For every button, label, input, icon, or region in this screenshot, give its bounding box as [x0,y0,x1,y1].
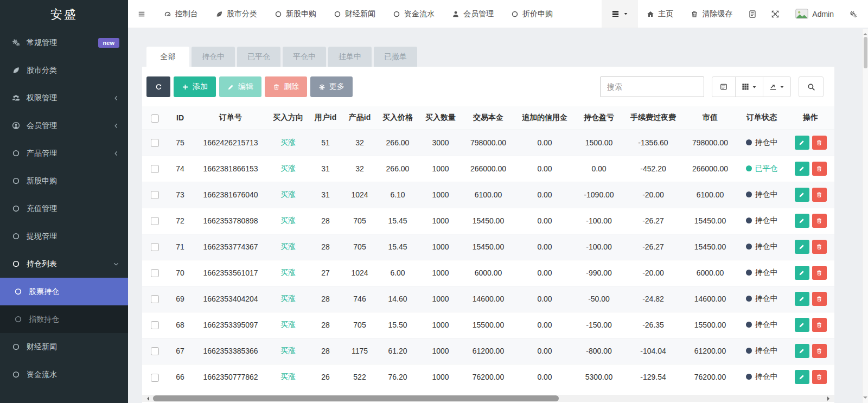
sidebar-item-permission-management[interactable]: 权限管理 [0,84,128,112]
sidebar-item-fund-flow[interactable]: 资金流水 [0,361,128,388]
row-delete-button[interactable] [812,344,827,358]
row-edit-button[interactable] [795,240,809,254]
select-all-checkbox[interactable] [151,114,159,123]
row-delete-button[interactable] [812,318,827,332]
row-edit-button[interactable] [795,162,809,176]
row-checkbox[interactable] [151,217,159,225]
scroll-right-arrow-icon[interactable] [827,396,832,401]
nav-item-finance-news[interactable]: 财经新闻 [325,0,384,28]
language-button[interactable] [741,0,764,28]
cell-status: 持仓中 [737,234,787,260]
horizontal-scrollbar-thumb[interactable] [153,395,559,401]
row-edit-button[interactable] [795,136,809,150]
row-edit-button[interactable] [795,214,809,228]
horizontal-scrollbar[interactable] [142,395,834,402]
row-delete-button[interactable] [812,292,827,306]
add-button[interactable]: 添加 [174,76,216,97]
sidebar-item-market-category[interactable]: 股市分类 [0,56,128,84]
row-delete-button[interactable] [812,370,827,384]
row-delete-button[interactable] [812,136,827,150]
row-checkbox[interactable] [151,295,159,303]
row-checkbox[interactable] [151,374,159,382]
row-edit-button[interactable] [795,344,809,358]
nav-item-dashboard[interactable]: 控制台 [155,0,207,28]
nav-item-market-category[interactable]: 股市分类 [207,0,266,28]
columns-button[interactable] [735,76,763,97]
user-menu[interactable]: Admin [787,0,843,28]
sidebar-item-general-management[interactable]: 常规管理new [0,29,128,56]
cell-profit: -50.00 [575,286,623,312]
row-delete-button[interactable] [812,162,827,176]
row-checkbox[interactable] [151,269,159,277]
nav-item-fund-flow[interactable]: 资金流水 [384,0,443,28]
sidebar-item-product-management[interactable]: 产品管理 [0,139,128,167]
row-checkbox[interactable] [151,191,159,199]
tab-all[interactable]: 全部 [146,47,189,67]
nav-item-label: 资金流水 [404,9,435,19]
nav-item-member-management[interactable]: 会员管理 [443,0,502,28]
row-edit-button[interactable] [795,370,809,384]
tab-closed[interactable]: 已平仓 [237,47,280,67]
settings-button[interactable] [843,0,868,28]
cell-actions [787,234,834,260]
vertical-scrollbar[interactable] [862,29,868,403]
cell-id: 74 [167,156,193,182]
sidebar-item-index-position[interactable]: 指数持仓 [0,305,128,333]
clear-cache-link[interactable]: 清除缓存 [682,0,741,28]
sidebar-item-member-management[interactable]: 会员管理 [0,112,128,139]
edit-button[interactable]: 编辑 [219,76,261,97]
row-edit-button[interactable] [795,318,809,332]
search-button[interactable] [799,76,824,97]
sidebar-item-finance-news[interactable]: 财经新闻 [0,333,128,361]
row-edit-button[interactable] [795,188,809,202]
scroll-left-arrow-icon[interactable] [145,396,149,401]
home-link[interactable]: 主页 [638,0,682,28]
column-header: 手续费过夜费 [623,106,684,130]
row-delete-button[interactable] [812,188,827,202]
username: Admin [812,10,834,18]
cell-user-id: 31 [308,182,343,208]
sidebar-item-label: 新股申购 [27,176,57,186]
row-edit-button[interactable] [795,266,809,280]
tab-pending[interactable]: 挂单中 [328,47,372,67]
scroll-down-arrow-icon[interactable] [863,396,867,401]
sidebar-item-stock-position[interactable]: 股票持仓 [0,278,128,305]
cell-buy-price: 6.00 [376,260,419,286]
row-delete-button[interactable] [812,240,827,254]
refresh-button[interactable] [146,76,170,97]
more-button[interactable]: 更多 [310,76,353,97]
cell-principal: 15450.00 [462,234,514,260]
tab-cancelled[interactable]: 已撤单 [374,47,417,67]
tab-closing[interactable]: 平仓中 [283,47,326,67]
vertical-scrollbar-thumb[interactable] [864,37,867,68]
cell-status: 已平仓 [737,156,787,182]
delete-button[interactable]: 删除 [265,76,307,97]
caret-down-icon [780,85,784,89]
sidebar-item-position-list[interactable]: 持仓列表 [0,250,128,278]
row-edit-button[interactable] [795,292,809,306]
sidebar-item-new-stock-subscribe[interactable]: 新股申购 [0,167,128,195]
nav-item-new-stock-subscribe[interactable]: 新股申购 [266,0,325,28]
column-header: 买入方向 [268,106,308,130]
row-checkbox[interactable] [151,165,159,173]
row-checkbox[interactable] [151,243,159,251]
nav-item-discount-subscribe[interactable]: 折价申购 [502,0,561,28]
tab-holding[interactable]: 持仓中 [192,47,235,67]
sidebar-item-recharge-management[interactable]: 充值管理 [0,195,128,222]
cell-status: 持仓中 [737,208,787,234]
scroll-up-arrow-icon[interactable] [863,31,867,35]
row-checkbox[interactable] [151,347,159,355]
fullscreen-button[interactable] [764,0,787,28]
row-checkbox[interactable] [151,321,159,329]
status-dot-icon [746,322,752,328]
nav-list-dropdown-button[interactable] [602,0,638,28]
sidebar-item-withdraw-management[interactable]: 提现管理 [0,222,128,250]
row-delete-button[interactable] [812,214,827,228]
search-input[interactable] [600,76,704,97]
sidebar-toggle-button[interactable] [128,0,155,28]
row-delete-button[interactable] [812,266,827,280]
detail-view-button[interactable] [712,76,736,97]
export-button[interactable] [763,76,791,97]
pencil-icon [799,348,805,354]
row-checkbox[interactable] [151,139,159,147]
